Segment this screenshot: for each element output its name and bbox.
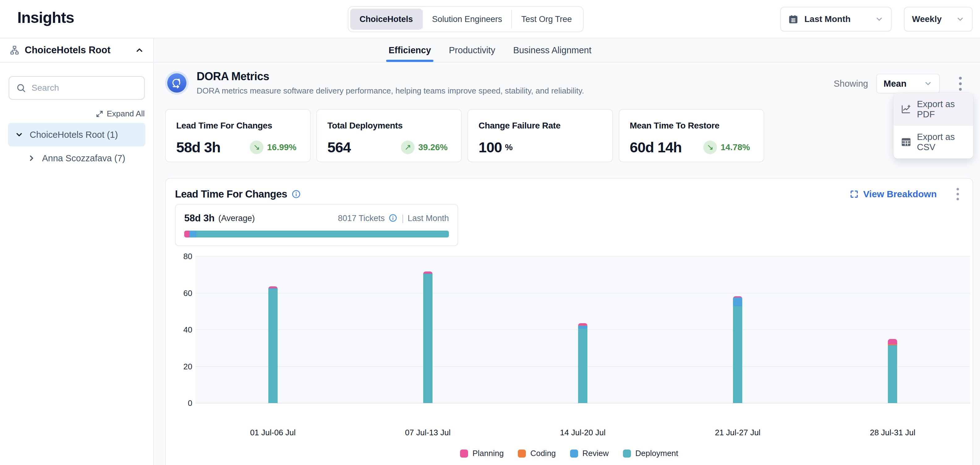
search-input[interactable] (32, 83, 137, 93)
y-tick-label: 40 (183, 325, 192, 335)
bar-segment-deployment (578, 329, 587, 403)
chevron-down-icon[interactable] (15, 130, 24, 139)
tree-item-label: Anna Scozzafava (7) (42, 153, 125, 163)
arrow-down-right-icon: ↘ (250, 141, 263, 154)
card-title: Change Failure Rate (479, 121, 602, 131)
chart-export-icon (901, 104, 912, 115)
average-value: 58d 3h (184, 213, 215, 224)
delta-badge: ↘ 16.99% (250, 141, 296, 154)
card-value: 60d 14h (630, 139, 682, 156)
chevron-down-icon (924, 79, 932, 88)
average-stat-box: 58d 3h (Average) 8017 Tickets | Last Mon… (175, 204, 458, 246)
x-tick-label: 28 Jul-31 Jul (870, 428, 915, 438)
bar-segment-review (578, 326, 587, 329)
y-tick-label: 20 (183, 361, 192, 371)
card-total-deployments: Total Deployments 564 ↗ 39.26% (316, 109, 462, 162)
bar-segment-planning (888, 339, 897, 344)
gridline (196, 256, 970, 257)
table-icon (901, 137, 912, 147)
y-tick-label: 80 (183, 252, 192, 261)
org-tab-choicehotels[interactable]: ChoiceHotels (350, 9, 422, 30)
legend-label: Deployment (635, 449, 678, 458)
page-title: Insights (18, 9, 74, 27)
legend-label: Review (582, 449, 609, 458)
org-tab-solution-engineers[interactable]: Solution Engineers (423, 9, 512, 30)
export-pdf-item[interactable]: Export as PDF (893, 93, 973, 126)
chart-y-axis: 020406080 (166, 256, 192, 403)
main-panel: Efficiency Productivity Business Alignme… (154, 38, 980, 465)
aggregation-select[interactable]: Mean (876, 74, 940, 94)
dora-more-menu-button[interactable] (954, 75, 966, 92)
card-unit: % (505, 142, 512, 152)
bar-14 Jul-20 Jul (578, 323, 587, 403)
fullscreen-corners-icon (850, 190, 859, 199)
expand-all-button[interactable]: Expand All (9, 109, 145, 118)
card-value: 564 (328, 139, 351, 156)
x-tick-label: 01 Jul-06 Jul (250, 428, 296, 438)
bar-segment-deployment (733, 306, 742, 403)
granularity-value: Weekly (912, 14, 942, 24)
showing-control: Showing Mean (834, 74, 940, 94)
phase-distribution-bar (184, 231, 449, 238)
lead-time-chart-card: Lead Time For Changes View Breakdown (165, 178, 973, 465)
bar-segment-review (733, 297, 742, 306)
bar-07 Jul-13 Jul (423, 272, 433, 403)
legend-item-review[interactable]: Review (570, 449, 609, 458)
main-tabs-row: Efficiency Productivity Business Alignme… (154, 38, 980, 62)
tree-item-anna-scozzafava[interactable]: Anna Scozzafava (7) (21, 147, 145, 170)
period-label: Last Month (407, 214, 449, 223)
chart-more-menu-button[interactable] (952, 186, 963, 202)
card-title: Total Deployments (328, 121, 451, 131)
tab-efficiency[interactable]: Efficiency (388, 38, 431, 62)
legend-item-coding[interactable]: Coding (518, 449, 555, 458)
date-range-select[interactable]: Last Month (780, 7, 892, 32)
delta-badge: ↘ 14.78% (703, 141, 750, 154)
info-icon[interactable] (388, 214, 398, 223)
legend-swatch (570, 449, 578, 457)
distribution-segment-planning (184, 231, 189, 238)
arrow-up-right-icon: ↗ (401, 141, 415, 154)
bar-segment-deployment (888, 346, 897, 403)
chevron-right-icon[interactable] (27, 154, 36, 163)
legend-swatch (460, 449, 468, 457)
bar-21 Jul-27 Jul (733, 296, 742, 403)
dora-description: DORA metrics measure software delivery p… (197, 86, 584, 96)
view-breakdown-button[interactable]: View Breakdown (850, 189, 937, 200)
chevron-up-icon[interactable] (135, 45, 144, 55)
chart-section-title: Lead Time For Changes (175, 188, 301, 200)
legend-swatch (623, 449, 631, 457)
legend-item-planning[interactable]: Planning (460, 449, 504, 458)
org-tree: ChoiceHotels Root (1) Anna Scozzafava (7… (8, 123, 145, 170)
export-menu: Export as PDF Export as CSV (893, 93, 973, 158)
x-tick-label: 14 Jul-20 Jul (560, 428, 605, 438)
granularity-select[interactable]: Weekly (904, 7, 972, 32)
calendar-icon (788, 14, 798, 24)
card-title: Mean Time To Restore (630, 121, 753, 131)
y-tick-label: 60 (183, 288, 192, 298)
view-breakdown-label: View Breakdown (863, 189, 937, 200)
bar-01 Jul-06 Jul (268, 286, 278, 403)
top-bar: Insights ChoiceHotels Solution Engineers… (0, 0, 980, 38)
dora-title: DORA Metrics (197, 70, 584, 83)
legend-label: Planning (473, 449, 504, 458)
legend-label: Coding (530, 449, 555, 458)
tree-search[interactable] (9, 76, 145, 100)
sidebar-header[interactable]: ChoiceHotels Root (0, 38, 153, 62)
tab-business-alignment[interactable]: Business Alignment (513, 38, 592, 62)
org-tab-test-org-tree[interactable]: Test Org Tree (512, 9, 581, 30)
legend-item-deployment[interactable]: Deployment (623, 449, 678, 458)
delta-badge: ↗ 39.26% (401, 141, 448, 154)
chart-plot (196, 256, 970, 403)
export-csv-item[interactable]: Export as CSV (893, 126, 973, 158)
chevron-down-icon (875, 15, 883, 24)
export-csv-label: Export as CSV (917, 132, 966, 152)
gridline (196, 293, 970, 294)
card-mean-time-to-restore: Mean Time To Restore 60d 14h ↘ 14.78% (619, 109, 764, 162)
card-title: Lead Time For Changes (176, 121, 299, 131)
dora-header: DORA Metrics DORA metrics measure softwa… (165, 70, 584, 96)
tab-productivity[interactable]: Productivity (449, 38, 495, 62)
arrow-down-right-icon: ↘ (703, 141, 717, 154)
info-icon[interactable] (291, 190, 301, 199)
export-pdf-label: Export as PDF (917, 99, 966, 120)
tree-item-choicehotels-root[interactable]: ChoiceHotels Root (1) (8, 123, 145, 147)
